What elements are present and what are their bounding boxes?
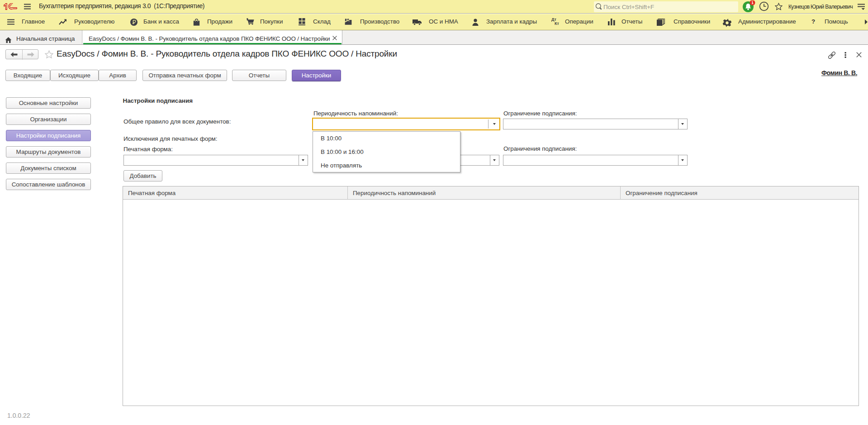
svg-text:1: 1 <box>751 0 754 5</box>
